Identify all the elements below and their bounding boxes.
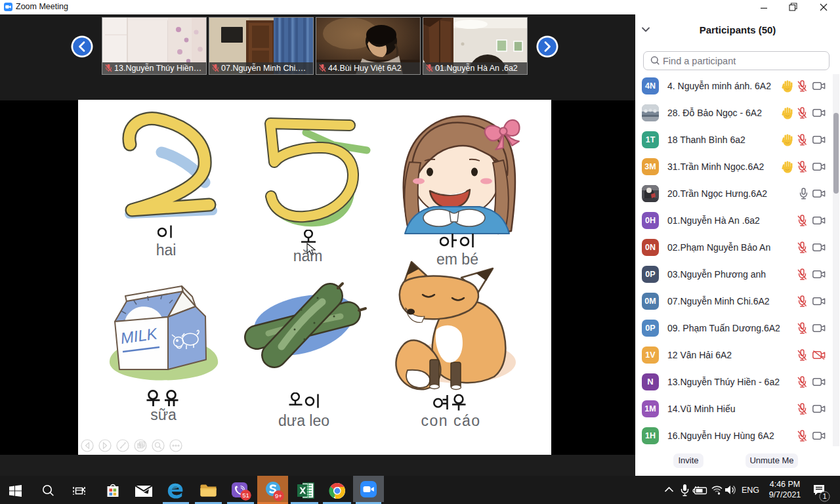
svg-text:51: 51 <box>242 492 249 499</box>
svg-text:1: 1 <box>823 492 827 500</box>
svg-text:9+: 9+ <box>275 492 282 499</box>
